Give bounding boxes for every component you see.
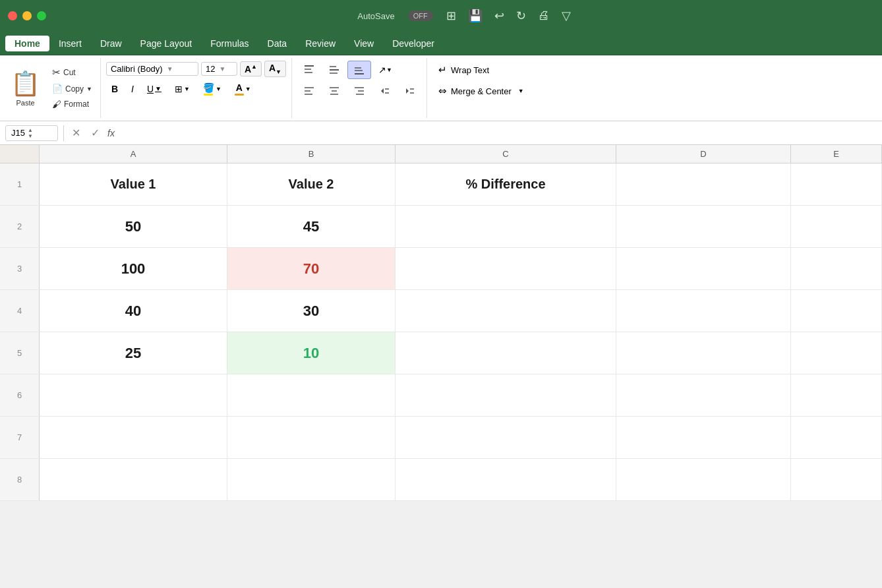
bold-button[interactable]: B [106, 81, 123, 97]
col-header-d[interactable]: D [616, 145, 791, 163]
cell-c3[interactable] [396, 248, 616, 289]
cell-b2[interactable]: 45 [227, 206, 396, 247]
formula-confirm-button[interactable]: ✓ [88, 125, 102, 140]
menu-item-page-layout[interactable]: Page Layout [131, 36, 202, 51]
underline-button[interactable]: U ▼ [142, 81, 167, 97]
font-family-select[interactable]: Calibri (Body) ▼ [106, 62, 198, 76]
align-left-button[interactable] [297, 82, 321, 100]
align-bottom-button[interactable] [347, 61, 371, 79]
cell-d8[interactable] [616, 459, 791, 500]
cell-e3[interactable] [791, 248, 882, 289]
cell-d7[interactable] [616, 417, 791, 458]
menu-item-formulas[interactable]: Formulas [201, 36, 258, 51]
menu-item-insert[interactable]: Insert [49, 36, 91, 51]
cell-e6[interactable] [791, 374, 882, 416]
cell-b3[interactable]: 70 [227, 248, 396, 289]
cell-e1[interactable] [791, 163, 882, 205]
cell-b1[interactable]: Value 2 [227, 163, 396, 205]
cell-d2[interactable] [616, 206, 791, 247]
cell-c1[interactable]: % Difference [396, 163, 616, 205]
align-middle-button[interactable] [322, 61, 346, 79]
italic-button[interactable]: I [126, 81, 139, 97]
cell-c7[interactable] [396, 417, 616, 458]
font-color-button[interactable]: A ▼ [229, 80, 256, 98]
orientation-button[interactable]: ↗ ▼ [372, 61, 398, 78]
menu-item-review[interactable]: Review [296, 36, 345, 51]
cell-d5[interactable] [616, 332, 791, 374]
formula-input[interactable] [123, 128, 877, 138]
menu-item-home[interactable]: Home [5, 36, 49, 51]
cell-a4[interactable]: 40 [40, 290, 227, 332]
cell-e7[interactable] [791, 417, 882, 458]
cell-c6[interactable] [396, 374, 616, 416]
alignment-section: ↗ ▼ [292, 58, 427, 118]
font-shrink-button[interactable]: A▼ [264, 61, 286, 77]
close-button[interactable] [8, 11, 17, 20]
formula-cancel-button[interactable]: ✕ [69, 125, 83, 140]
cell-a1[interactable]: Value 1 [40, 163, 227, 205]
cell-d1[interactable] [616, 163, 791, 205]
menu-item-view[interactable]: View [345, 36, 383, 51]
cell-a8[interactable] [40, 459, 227, 500]
cell-a7[interactable] [40, 417, 227, 458]
align-center-button[interactable] [322, 82, 346, 100]
cell-b7[interactable] [227, 417, 396, 458]
wrap-text-button[interactable]: ↵ Wrap Text [432, 61, 530, 79]
cell-a6[interactable] [40, 374, 227, 416]
cell-a3[interactable]: 100 [40, 248, 227, 289]
cell-b8[interactable] [227, 459, 396, 500]
cell-e2[interactable] [791, 206, 882, 247]
cell-e5[interactable] [791, 332, 882, 374]
increase-indent-button[interactable] [397, 82, 421, 100]
cell-d6[interactable] [616, 374, 791, 416]
minimize-button[interactable] [22, 11, 32, 20]
copy-icon: 📄 [52, 84, 63, 94]
decrease-indent-button[interactable] [372, 82, 396, 100]
font-size-select[interactable]: 12 ▼ [201, 62, 237, 76]
borders-button[interactable]: ⊞ ▼ [169, 81, 195, 97]
grid-icon[interactable]: ⊞ [446, 9, 456, 23]
menu-item-developer[interactable]: Developer [383, 36, 444, 51]
align-top-button[interactable] [297, 61, 321, 79]
cell-e4[interactable] [791, 290, 882, 332]
autosave-toggle[interactable]: OFF [408, 11, 433, 21]
cell-a5[interactable]: 25 [40, 332, 227, 374]
menu-item-data[interactable]: Data [258, 36, 297, 51]
align-right-button[interactable] [347, 82, 371, 100]
save-icon[interactable]: 💾 [468, 9, 483, 23]
print-icon[interactable]: 🖨 [538, 9, 550, 23]
cell-b4[interactable]: 30 [227, 290, 396, 332]
paint-bucket-icon: 🪣 [203, 82, 214, 93]
cell-c2[interactable] [396, 206, 616, 247]
highlight-color-button[interactable]: 🪣 ▼ [198, 80, 227, 98]
col-header-e[interactable]: E [791, 145, 882, 163]
cell-b6[interactable] [227, 374, 396, 416]
cell-b5[interactable]: 10 [227, 332, 396, 374]
menu-item-draw[interactable]: Draw [91, 36, 131, 51]
col-header-b[interactable]: B [227, 145, 396, 163]
more-icon[interactable]: ▽ [562, 9, 571, 23]
cell-reference-box[interactable]: J15 ▲ ▼ [5, 125, 58, 141]
cell-c5[interactable] [396, 332, 616, 374]
font-grow-button[interactable]: A▲ [240, 61, 262, 76]
redo-icon[interactable]: ↻ [516, 9, 526, 23]
cell-d3[interactable] [616, 248, 791, 289]
col-header-a[interactable]: A [40, 145, 227, 163]
paste-button[interactable]: 📋 Paste [5, 67, 45, 109]
cell-e8[interactable] [791, 459, 882, 500]
col-header-c[interactable]: C [396, 145, 616, 163]
cell-d4[interactable] [616, 290, 791, 332]
undo-icon[interactable]: ↩ [494, 9, 504, 23]
merge-center-button[interactable]: ⇔ Merge & Center ▼ [432, 82, 530, 100]
formula-divider [63, 125, 64, 141]
maximize-button[interactable] [37, 11, 46, 20]
format-button[interactable]: 🖌 Format [49, 98, 95, 111]
cell-c8[interactable] [396, 459, 616, 500]
cut-button[interactable]: ✂ Cut [49, 65, 95, 80]
cell-c4[interactable] [396, 290, 616, 332]
cell-a2[interactable]: 50 [40, 206, 227, 247]
table-row: 4 40 30 [0, 290, 882, 332]
orientation-dropdown-icon: ▼ [386, 67, 392, 73]
cell-ref-arrows[interactable]: ▲ ▼ [28, 127, 33, 139]
copy-button[interactable]: 📄 Copy ▼ [49, 82, 95, 95]
